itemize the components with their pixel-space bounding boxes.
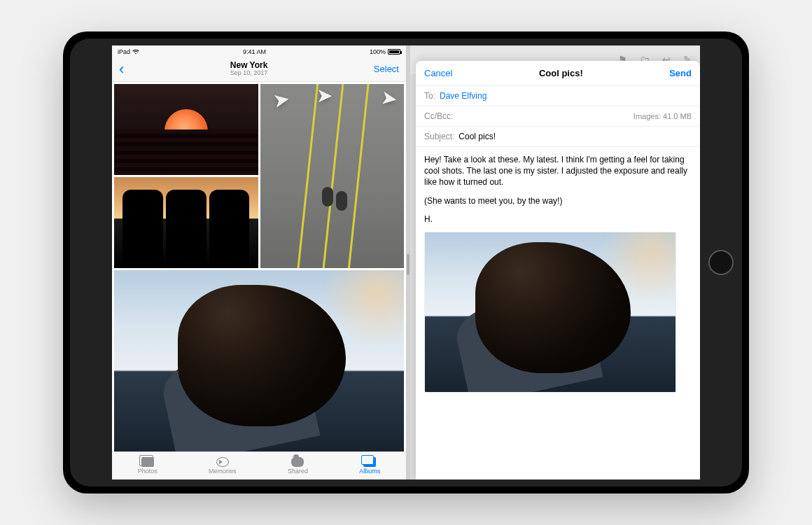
photo-thumbnail[interactable]: ➤ ➤ ➤ [260,84,405,268]
mail-app: ⚑ 🗂 ↩ ✎ Cancel Cool pics! Send To: Dave … [410,46,700,479]
nav-title-group: New York Sep 10, 2017 [230,61,268,77]
subject-value: Cool pics! [458,132,496,141]
body-paragraph: (She wants to meet you, by the way!) [424,195,692,206]
cloud-icon [291,457,304,467]
photos-tab-bar: Photos Memories Shared Albums [112,451,406,479]
person-silhouette [209,190,250,268]
photo-grid[interactable]: ➤ ➤ ➤ [112,82,406,451]
albums-icon [363,457,376,467]
tab-shared[interactable]: Shared [288,457,308,475]
compose-nav: Cancel Cool pics! Send [416,61,700,86]
memories-icon [216,457,229,467]
back-button[interactable]: ‹ [119,60,124,78]
device-label: iPad [118,48,130,55]
tab-label: Shared [288,468,308,475]
wifi-icon [132,49,139,55]
compose-sheet: Cancel Cool pics! Send To: Dave Elfving … [416,61,700,479]
tab-memories[interactable]: Memories [209,457,237,475]
battery-pct: 100% [370,48,386,55]
person-silhouette [166,190,206,268]
screen: iPad 9:41 AM 100% ‹ New York Sep 10, 201… [112,46,700,479]
tab-photos[interactable]: Photos [138,457,158,475]
compose-body[interactable]: Hey! Take a look at these. My latest. I … [416,147,700,479]
attachment-size: Images: 41.0 MB [634,112,692,120]
ipad-inner: iPad 9:41 AM 100% ‹ New York Sep 10, 201… [70,38,742,486]
ccbcc-label: Cc/Bcc: [424,111,453,121]
to-value[interactable]: Dave Elfving [440,91,486,101]
person-silhouette [122,190,163,268]
body-signature: H. [424,214,692,225]
ipad-frame: iPad 9:41 AM 100% ‹ New York Sep 10, 201… [63,31,749,493]
subject-label: Subject: [424,132,454,141]
send-button[interactable]: Send [669,68,692,78]
photo-thumbnail[interactable] [114,177,258,268]
status-bar: iPad 9:41 AM 100% [112,46,406,57]
ccbcc-field[interactable]: Cc/Bcc: Images: 41.0 MB [416,106,700,127]
tab-label: Photos [138,468,158,475]
photos-nav-bar: ‹ New York Sep 10, 2017 Select [112,57,406,82]
subject-field[interactable]: Subject: Cool pics! [416,127,700,147]
home-button[interactable] [708,250,734,275]
tab-label: Memories [209,468,237,475]
body-paragraph: Hey! Take a look at these. My latest. I … [424,154,692,188]
compose-title: Cool pics! [539,68,583,78]
nav-subtitle: Sep 10, 2017 [230,70,268,77]
photos-icon [141,457,154,467]
road-arrow-icon: ➤ [316,84,332,107]
to-field[interactable]: To: Dave Elfving [416,86,700,106]
cancel-button[interactable]: Cancel [424,68,452,78]
photos-app: iPad 9:41 AM 100% ‹ New York Sep 10, 201… [112,46,406,479]
photo-thumbnail[interactable] [114,270,404,451]
photo-thumbnail[interactable] [114,84,258,175]
person-silhouette [336,191,347,211]
tab-label: Albums [359,468,380,475]
to-label: To: [424,91,435,101]
status-time: 9:41 AM [243,48,266,55]
person-silhouette [322,187,333,206]
road-arrow-icon: ➤ [271,87,290,112]
battery-icon [388,49,400,55]
tab-albums[interactable]: Albums [359,457,380,475]
road-arrow-icon: ➤ [379,86,398,111]
attached-image[interactable] [424,232,676,393]
select-button[interactable]: Select [374,64,399,74]
